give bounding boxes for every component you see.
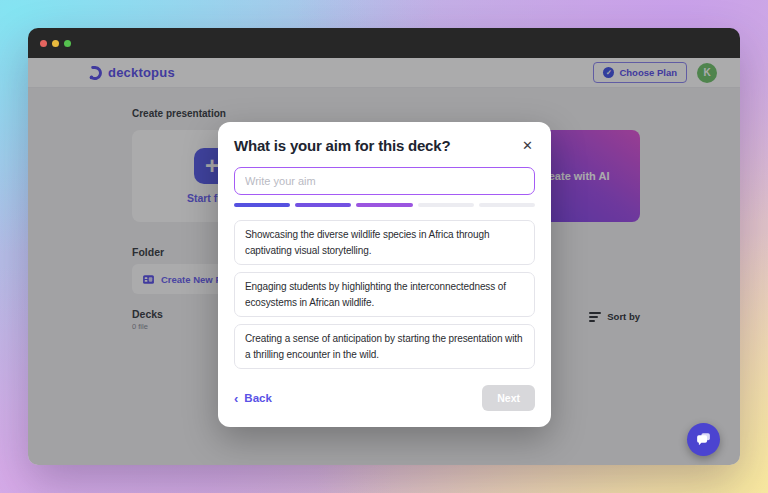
traffic-light-close-icon[interactable] bbox=[40, 40, 47, 47]
chat-icon bbox=[695, 431, 712, 448]
progress-step bbox=[418, 203, 474, 207]
suggestion-item[interactable]: Engaging students by highlighting the in… bbox=[234, 272, 535, 317]
aim-input[interactable] bbox=[234, 167, 535, 195]
traffic-light-minimize-icon[interactable] bbox=[52, 40, 59, 47]
suggestion-item[interactable]: Creating a sense of anticipation by star… bbox=[234, 324, 535, 369]
modal-footer: ‹ Back Next bbox=[234, 385, 535, 411]
back-chevron-icon: ‹ bbox=[234, 392, 238, 405]
aim-modal: What is your aim for this deck? ✕ Showca… bbox=[218, 122, 551, 427]
suggestion-item[interactable]: Showcasing the diverse wildlife species … bbox=[234, 220, 535, 265]
progress-step bbox=[479, 203, 535, 207]
back-button[interactable]: ‹ Back bbox=[234, 392, 272, 405]
chat-launcher-button[interactable] bbox=[687, 423, 720, 456]
traffic-light-maximize-icon[interactable] bbox=[64, 40, 71, 47]
progress-step bbox=[295, 203, 351, 207]
next-button[interactable]: Next bbox=[482, 385, 535, 411]
close-icon[interactable]: ✕ bbox=[520, 137, 535, 154]
browser-window: decktopus ✓ Choose Plan K Create present… bbox=[28, 28, 740, 465]
desktop-background: { "titlebar": { "controls": ["close", "m… bbox=[0, 0, 768, 493]
progress-step bbox=[356, 203, 412, 207]
back-label: Back bbox=[244, 392, 272, 404]
progress-step bbox=[234, 203, 290, 207]
modal-title: What is your aim for this deck? bbox=[234, 137, 450, 154]
suggestion-list: Showcasing the diverse wildlife species … bbox=[234, 220, 535, 369]
decktopus-app: decktopus ✓ Choose Plan K Create present… bbox=[28, 58, 740, 465]
modal-header: What is your aim for this deck? ✕ bbox=[234, 137, 535, 154]
progress-steps bbox=[234, 203, 535, 207]
window-titlebar bbox=[28, 28, 740, 58]
